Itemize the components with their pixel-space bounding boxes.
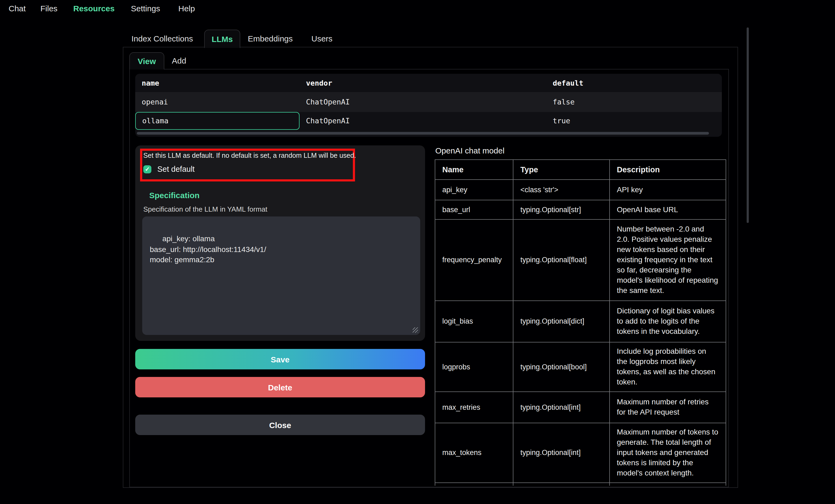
llm-cell[interactable]: false [546, 92, 722, 112]
highlight-red-box: Set this LLM as default. If no default i… [140, 149, 355, 182]
model-param-row: max_retriestyping.Optional[int]Maximum n… [435, 392, 726, 423]
model-param-description: OpenAI base URL [610, 200, 726, 219]
llm-cell[interactable]: ChatOpenAI [300, 92, 546, 112]
set-default-hint: Set this LLM as default. If no default i… [143, 152, 348, 160]
nav-item-chat[interactable]: Chat [8, 0, 26, 17]
model-param-type: typing.Optional[int] [513, 392, 610, 423]
nav-item-resources[interactable]: Resources [73, 0, 115, 17]
llm-cell[interactable]: openai [135, 92, 300, 112]
specification-heading: Specification [149, 191, 200, 200]
vertical-scrollbar[interactable] [747, 27, 749, 223]
model-param-name: max_retries [435, 392, 513, 423]
model-param-row: logprobstyping.Optional[bool]Include log… [435, 342, 726, 392]
model-param-row: api_key<class 'str'>API key [435, 180, 726, 200]
model-param-row: logit_biastyping.Optional[dict]Dictionar… [435, 300, 726, 342]
model-param-name: api_key [435, 180, 513, 200]
model-param-type: typing.Optional[int] [513, 423, 610, 482]
model-col-header: Type [513, 160, 610, 180]
model-col-header: Description [610, 160, 726, 180]
model-param-type: typing.Optional[str] [513, 200, 610, 219]
model-param-name: logit_bias [435, 300, 513, 342]
yaml-spec-value: api_key: ollama base_url: http://localho… [150, 234, 266, 264]
yaml-spec-textarea[interactable]: api_key: ollama base_url: http://localho… [142, 216, 420, 335]
checkmark-icon: ✓ [145, 166, 150, 173]
model-param-type: typing.Optional[float] [513, 219, 610, 300]
subtab-view-label: View [138, 57, 156, 66]
model-param-table: NameTypeDescription api_key<class 'str'>… [435, 160, 726, 486]
subtab-view[interactable]: View [129, 52, 164, 69]
model-param-row: max_tokenstyping.Optional[int]Maximum nu… [435, 423, 726, 482]
llm-detail-panel: Set this LLM as default. If no default i… [135, 145, 425, 341]
llm-table-row[interactable]: openaiChatOpenAIfalse [135, 92, 722, 112]
llm-list-table: namevendordefaultopenaiChatOpenAIfalseol… [135, 74, 722, 137]
model-param-type: <class 'str'> [513, 180, 610, 200]
model-param-name: logprobs [435, 342, 513, 392]
tab-llms-label: LLMs [212, 35, 233, 44]
set-default-label: Set default [157, 165, 195, 173]
model-param-type: typing.Optional[bool] [513, 342, 610, 392]
model-col-header: Name [435, 160, 513, 180]
model-param-table-wrap: NameTypeDescription api_key<class 'str'>… [435, 160, 727, 486]
horizontal-scrollbar[interactable] [137, 132, 709, 134]
app-window: Chat Files Resources Settings Help Index… [0, 0, 835, 504]
model-param-description: Maximum number of tokens to generate. Th… [610, 423, 726, 482]
set-default-row: ✓ Set default [143, 165, 195, 173]
llm-cell: vendor [300, 74, 546, 92]
model-param-type [513, 482, 610, 486]
model-param-type: typing.Optional[dict] [513, 300, 610, 342]
llm-table-row[interactable]: ollamaChatOpenAItrue [135, 112, 722, 130]
llm-table-header: namevendordefault [135, 74, 722, 92]
llm-cell: name [135, 74, 300, 92]
delete-button[interactable]: Delete [135, 377, 425, 397]
nav-item-help[interactable]: Help [178, 0, 195, 17]
save-button[interactable]: Save [135, 349, 425, 370]
model-param-name [435, 482, 513, 486]
tab-llms[interactable]: LLMs [204, 29, 240, 48]
tab-users[interactable]: Users [311, 29, 332, 47]
close-button[interactable]: Close [135, 415, 425, 435]
model-param-description: Include log probabilities on the logprob… [610, 342, 726, 392]
nav-item-settings[interactable]: Settings [131, 0, 160, 17]
model-param-description: Number between -2.0 and 2.0. Positive va… [610, 219, 726, 300]
model-param-name: base_url [435, 200, 513, 219]
llm-cell-selected[interactable]: ollama [135, 112, 300, 130]
model-param-name: max_tokens [435, 423, 513, 482]
textarea-resize-handle[interactable] [413, 328, 418, 333]
tab-embeddings[interactable]: Embeddings [248, 29, 293, 47]
llm-cell: default [546, 74, 722, 92]
model-panel-title: OpenAI chat model [435, 146, 505, 155]
model-param-name: frequency_penalty [435, 219, 513, 300]
model-param-row [435, 482, 726, 486]
specification-sublabel: Specification of the LLM in YAML format [143, 205, 267, 213]
model-param-row: base_urltyping.Optional[str]OpenAI base … [435, 200, 726, 219]
set-default-checkbox[interactable]: ✓ [143, 165, 151, 173]
model-param-description: Dictionary of logit bias values to add t… [610, 300, 726, 342]
llm-cell[interactable]: ChatOpenAI [300, 112, 546, 130]
model-param-description: API key [610, 180, 726, 200]
llm-cell[interactable]: true [546, 112, 722, 130]
model-param-description: Maximum number of retries for the API re… [610, 392, 726, 423]
model-param-row: frequency_penaltytyping.Optional[float]N… [435, 219, 726, 300]
nav-item-files[interactable]: Files [40, 0, 57, 17]
tab-index-collections[interactable]: Index Collections [131, 29, 193, 47]
model-param-description [610, 482, 726, 486]
